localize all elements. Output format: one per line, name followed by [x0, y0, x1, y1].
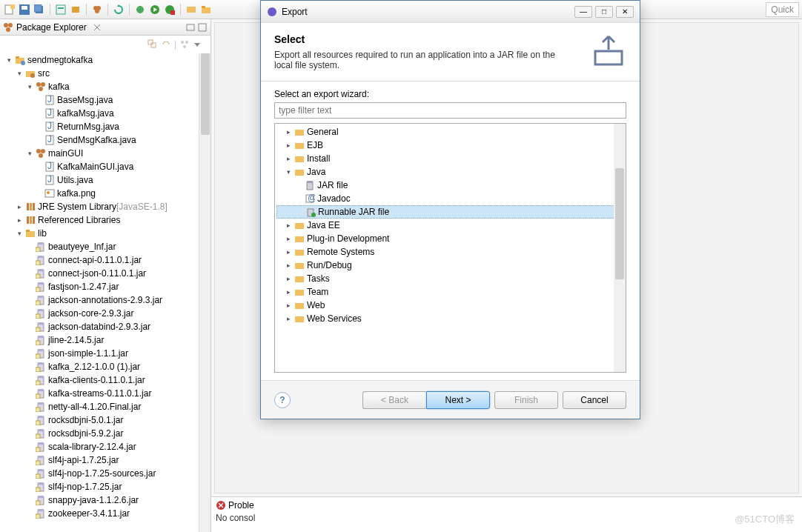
- package-kafka[interactable]: kafka: [0, 80, 211, 93]
- expander-icon[interactable]: [284, 247, 293, 256]
- image-file[interactable]: kafka.png: [0, 187, 211, 200]
- filter-icon[interactable]: [179, 39, 190, 50]
- debug-icon[interactable]: [133, 3, 147, 16]
- new-class-icon[interactable]: [185, 3, 198, 16]
- lib-folder[interactable]: lib: [0, 227, 211, 240]
- category-team[interactable]: Team: [276, 285, 624, 299]
- java-file[interactable]: JUtils.java: [0, 173, 211, 187]
- category-plugin[interactable]: Plug-in Development: [276, 232, 624, 245]
- jre-library[interactable]: JRE System Library [JavaSE-1.8]: [0, 200, 211, 213]
- expander-icon[interactable]: [15, 202, 24, 211]
- jar-file[interactable]: jackson-core-2.9.3.jar: [0, 307, 211, 320]
- expander-icon[interactable]: [25, 149, 34, 158]
- expander-icon[interactable]: [284, 314, 293, 323]
- category-rundebug[interactable]: Run/Debug: [276, 259, 624, 272]
- java-file[interactable]: JkafkaMsg.java: [0, 107, 211, 120]
- save-icon[interactable]: [18, 3, 31, 16]
- expander-icon[interactable]: [284, 154, 293, 163]
- category-javaee[interactable]: Java EE: [276, 219, 624, 232]
- jar-file[interactable]: snappy-java-1.1.2.6.jar: [0, 493, 211, 507]
- expander-icon[interactable]: [15, 229, 24, 238]
- problems-tab[interactable]: Proble: [216, 500, 254, 511]
- expander-icon[interactable]: [284, 287, 293, 296]
- view-menu-icon[interactable]: [193, 40, 202, 49]
- cancel-button[interactable]: Cancel: [563, 391, 626, 409]
- jar-file[interactable]: rocksdbjni-5.0.1.jar: [0, 413, 211, 427]
- back-button[interactable]: < Back: [362, 391, 426, 409]
- project-node[interactable]: sendmegtokafka: [0, 53, 211, 67]
- src-folder[interactable]: src: [0, 67, 211, 80]
- maximize-icon[interactable]: [197, 22, 208, 33]
- expander-icon[interactable]: [284, 234, 293, 243]
- jar-file[interactable]: jackson-annotations-2.9.3.jar: [0, 293, 211, 307]
- category-web[interactable]: Web: [276, 299, 624, 312]
- jar-file[interactable]: jackson-databind-2.9.3.jar: [0, 320, 211, 333]
- category-remote[interactable]: Remote Systems: [276, 245, 624, 259]
- expander-icon[interactable]: [4, 56, 13, 64]
- build-icon[interactable]: [69, 3, 82, 16]
- jar-file[interactable]: jline-2.14.5.jar: [0, 333, 211, 347]
- maximize-button[interactable]: □: [595, 6, 613, 18]
- expander-icon[interactable]: [15, 216, 24, 225]
- jar-file[interactable]: connect-api-0.11.0.1.jar: [0, 253, 211, 267]
- expander-icon[interactable]: [284, 261, 293, 270]
- jar-file[interactable]: kafka-clients-0.11.0.1.jar: [0, 373, 211, 387]
- jar-file[interactable]: connect-json-0.11.0.1.jar: [0, 267, 211, 280]
- category-install[interactable]: Install: [276, 152, 624, 165]
- jar-file[interactable]: zookeeper-3.4.11.jar: [0, 507, 211, 520]
- wizard-scrollbar[interactable]: [614, 124, 626, 372]
- tree-scrollbar[interactable]: [199, 53, 211, 532]
- run-last-icon[interactable]: [163, 3, 176, 16]
- save-all-icon[interactable]: [33, 3, 46, 16]
- expander-icon[interactable]: [284, 141, 293, 150]
- jar-file[interactable]: kafka_2.12-1.0.0 (1).jar: [0, 360, 211, 373]
- scrollbar-thumb[interactable]: [201, 53, 210, 135]
- finish-button[interactable]: Finish: [494, 391, 558, 409]
- jar-file[interactable]: netty-all-4.1.20.Final.jar: [0, 400, 211, 413]
- expander-icon[interactable]: [15, 69, 24, 78]
- category-java[interactable]: Java: [276, 165, 624, 179]
- jar-file[interactable]: json-simple-1.1.1.jar: [0, 347, 211, 360]
- refresh-icon[interactable]: [112, 3, 125, 16]
- new-folder-icon[interactable]: [199, 3, 213, 16]
- close-button[interactable]: ✕: [616, 6, 634, 18]
- jar-file[interactable]: scala-library-2.12.4.jar: [0, 440, 211, 453]
- category-ejb[interactable]: EJB: [276, 139, 624, 152]
- package-maingui[interactable]: mainGUI: [0, 147, 211, 160]
- toggle-breadcrumb-icon[interactable]: [54, 3, 67, 16]
- help-button[interactable]: ?: [274, 392, 291, 408]
- link-editor-icon[interactable]: [161, 39, 171, 50]
- quick-access[interactable]: Quick: [766, 2, 799, 17]
- wizard-jar-file[interactable]: JAR file: [276, 179, 624, 192]
- jar-file[interactable]: slf4j-nop-1.7.25-sources.jar: [0, 467, 211, 480]
- filter-input[interactable]: [274, 102, 626, 119]
- java-file[interactable]: JSendMsgKafka.java: [0, 133, 211, 147]
- scrollbar-thumb[interactable]: [615, 168, 624, 279]
- category-general[interactable]: General: [276, 125, 624, 139]
- minimize-button[interactable]: —: [574, 6, 592, 18]
- expander-icon[interactable]: [284, 127, 293, 136]
- pin-icon[interactable]: [92, 22, 102, 33]
- jar-file[interactable]: slf4j-nop-1.7.25.jar: [0, 480, 211, 493]
- minimize-icon[interactable]: [185, 22, 196, 33]
- new-package-icon[interactable]: [90, 3, 104, 16]
- jar-file[interactable]: beautyeye_lnf.jar: [0, 240, 211, 253]
- jar-file[interactable]: kafka-streams-0.11.0.1.jar: [0, 387, 211, 400]
- jar-file[interactable]: slf4j-api-1.7.25.jar: [0, 453, 211, 467]
- jar-file[interactable]: rocksdbjni-5.9.2.jar: [0, 427, 211, 440]
- new-icon[interactable]: [3, 3, 16, 16]
- expander-icon[interactable]: [25, 82, 34, 91]
- run-icon[interactable]: [148, 3, 162, 16]
- package-tree[interactable]: sendmegtokafka src kafka JBaseMsg.java J…: [0, 53, 211, 532]
- expander-icon[interactable]: [284, 301, 293, 310]
- category-webservices[interactable]: Web Services: [276, 312, 624, 325]
- expander-icon[interactable]: [284, 167, 293, 176]
- dialog-titlebar[interactable]: Export — □ ✕: [261, 1, 640, 23]
- wizard-runnable-jar[interactable]: Runnable JAR file: [276, 205, 624, 219]
- java-file[interactable]: JKafkaMainGUI.java: [0, 160, 211, 173]
- next-button[interactable]: Next >: [426, 391, 490, 409]
- category-tasks[interactable]: Tasks: [276, 272, 624, 285]
- wizard-javadoc[interactable]: @Javadoc: [276, 192, 624, 205]
- referenced-libraries[interactable]: Referenced Libraries: [0, 213, 211, 227]
- java-file[interactable]: JBaseMsg.java: [0, 93, 211, 107]
